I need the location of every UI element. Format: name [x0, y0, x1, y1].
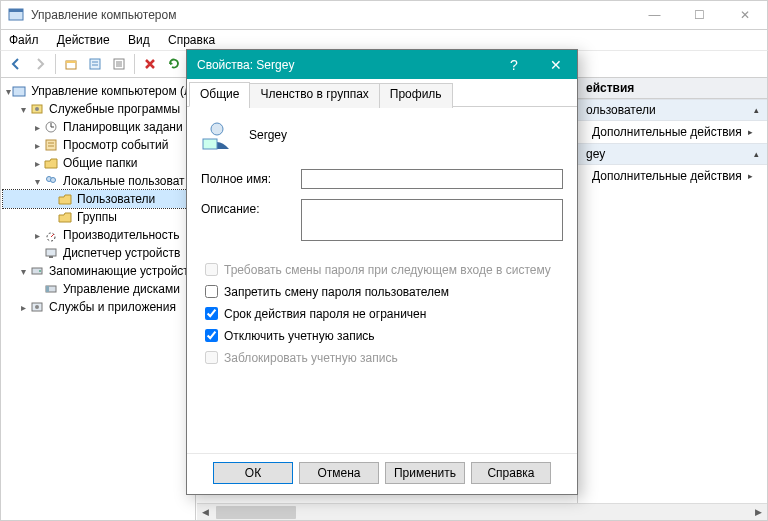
- collapse-icon: ▴: [754, 105, 759, 115]
- scroll-thumb[interactable]: [216, 506, 296, 519]
- export-button[interactable]: [108, 53, 130, 75]
- actions-more-2[interactable]: Дополнительные действия▸: [578, 165, 767, 187]
- back-button[interactable]: [5, 53, 27, 75]
- chk-cannot-change[interactable]: Запретить смену пароля пользователем: [201, 282, 563, 301]
- scroll-left-icon[interactable]: ◀: [197, 505, 214, 520]
- main-titlebar: Управление компьютером — ☐ ✕: [0, 0, 768, 30]
- description-input[interactable]: [301, 199, 563, 241]
- up-button[interactable]: [60, 53, 82, 75]
- menubar: Файл Действие Вид Справка: [0, 30, 768, 50]
- actions-more-1[interactable]: Дополнительные действия▸: [578, 121, 767, 143]
- tree-local-users[interactable]: ▾Локальные пользоват: [3, 172, 193, 190]
- collapse-icon: ▴: [754, 149, 759, 159]
- actions-section-users[interactable]: ользователи▴: [578, 99, 767, 121]
- tree-storage[interactable]: ▾Запоминающие устройст: [3, 262, 193, 280]
- tree-device-manager[interactable]: Диспетчер устройств: [3, 244, 193, 262]
- fullname-label: Полное имя:: [201, 169, 301, 186]
- tree-task-scheduler[interactable]: ▸Планировщик задани: [3, 118, 193, 136]
- tree-groups[interactable]: Группы: [3, 208, 193, 226]
- chevron-right-icon: ▸: [748, 171, 753, 181]
- menu-action[interactable]: Действие: [57, 33, 110, 47]
- svg-rect-1: [9, 9, 23, 12]
- horizontal-scrollbar[interactable]: ◀ ▶: [197, 503, 767, 520]
- menu-file[interactable]: Файл: [9, 33, 39, 47]
- svg-rect-35: [203, 139, 217, 149]
- tree-root[interactable]: ▾Управление компьютером (л: [3, 82, 193, 100]
- properties-dialog: Свойства: Sergey ? ✕ Общие Членство в гр…: [186, 49, 578, 495]
- tree-pane: ▾Управление компьютером (л ▾Служебные пр…: [1, 78, 196, 520]
- svg-rect-3: [66, 61, 76, 63]
- dialog-titlebar[interactable]: Свойства: Sergey ? ✕: [187, 50, 577, 79]
- tree-system-tools[interactable]: ▾Служебные программы: [3, 100, 193, 118]
- tab-member-of[interactable]: Членство в группах: [249, 83, 379, 108]
- ok-button[interactable]: ОК: [213, 462, 293, 484]
- chk-locked: Заблокировать учетную запись: [201, 348, 563, 367]
- dialog-title: Свойства: Sergey: [197, 58, 294, 72]
- svg-point-34: [211, 123, 223, 135]
- delete-button[interactable]: [139, 53, 161, 75]
- user-icon: [201, 119, 233, 151]
- tree-performance[interactable]: ▸Производительность: [3, 226, 193, 244]
- forward-button[interactable]: [29, 53, 51, 75]
- menu-view[interactable]: Вид: [128, 33, 150, 47]
- chevron-right-icon: ▸: [748, 127, 753, 137]
- tab-general[interactable]: Общие: [189, 82, 250, 107]
- svg-point-23: [51, 178, 56, 183]
- svg-rect-31: [46, 286, 49, 292]
- svg-point-33: [35, 305, 39, 309]
- menu-help[interactable]: Справка: [168, 33, 215, 47]
- svg-rect-4: [90, 59, 100, 69]
- maximize-button[interactable]: ☐: [677, 1, 722, 29]
- svg-rect-19: [46, 140, 56, 150]
- cancel-button[interactable]: Отмена: [299, 462, 379, 484]
- svg-rect-27: [49, 256, 53, 258]
- tree-services[interactable]: ▸Службы и приложения: [3, 298, 193, 316]
- actions-section-sergey[interactable]: gey▴: [578, 143, 767, 165]
- chk-change-next-logon: Требовать смены пароля при следующем вхо…: [201, 260, 563, 279]
- apply-button[interactable]: Применить: [385, 462, 465, 484]
- description-label: Описание:: [201, 199, 301, 216]
- actions-pane: ействия ользователи▴ Дополнительные дейс…: [577, 78, 767, 520]
- window-title: Управление компьютером: [31, 8, 632, 22]
- svg-rect-26: [46, 249, 56, 256]
- tree-shared-folders[interactable]: ▸Общие папки: [3, 154, 193, 172]
- scroll-right-icon[interactable]: ▶: [750, 505, 767, 520]
- chk-disable-account[interactable]: Отключить учетную запись: [201, 326, 563, 345]
- refresh-button[interactable]: [163, 53, 185, 75]
- dialog-tabs: Общие Членство в группах Профиль: [187, 79, 577, 107]
- dialog-help-button[interactable]: ?: [493, 50, 535, 79]
- app-icon: [8, 7, 24, 23]
- tree-event-viewer[interactable]: ▸Просмотр событий: [3, 136, 193, 154]
- close-button[interactable]: ✕: [722, 1, 767, 29]
- svg-point-29: [39, 270, 41, 272]
- help-button[interactable]: Справка: [471, 462, 551, 484]
- chk-never-expires[interactable]: Срок действия пароля не ограничен: [201, 304, 563, 323]
- actions-header: ействия: [578, 78, 767, 99]
- svg-point-15: [35, 107, 39, 111]
- tree-users[interactable]: Пользователи: [3, 190, 193, 208]
- fullname-input[interactable]: [301, 169, 563, 189]
- username-label: Sergey: [249, 128, 287, 142]
- tree-disk-mgmt[interactable]: Управление дисками: [3, 280, 193, 298]
- minimize-button[interactable]: —: [632, 1, 677, 29]
- properties-toolbar-button[interactable]: [84, 53, 106, 75]
- svg-rect-13: [13, 87, 25, 96]
- tab-profile[interactable]: Профиль: [379, 83, 453, 108]
- dialog-close-button[interactable]: ✕: [535, 50, 577, 79]
- svg-line-25: [51, 234, 54, 237]
